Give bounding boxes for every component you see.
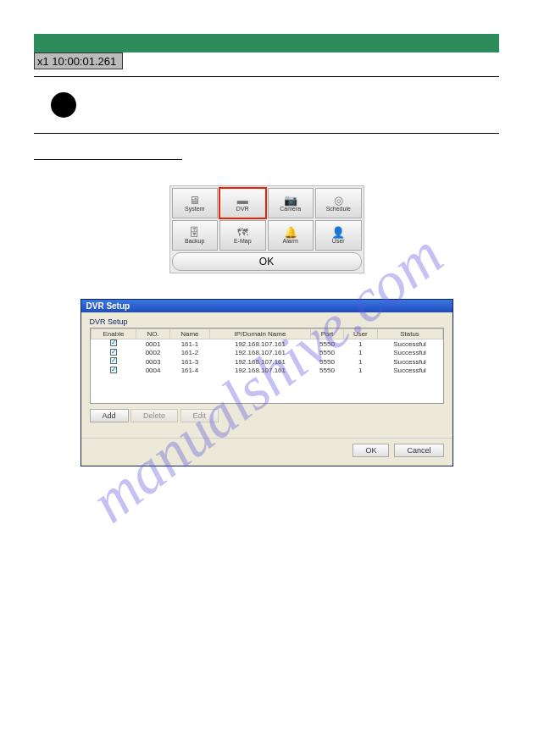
add-button[interactable]: Add <box>90 409 129 422</box>
setup-system-button[interactable]: 🖥 System <box>172 188 219 218</box>
setup-schedule-button[interactable]: ◎ Schedule <box>315 188 362 218</box>
setup-button-label: User <box>332 238 345 244</box>
setup-user-button[interactable]: 👤 User <box>315 220 362 251</box>
cell-user: 1 <box>344 339 377 349</box>
cell-user: 1 <box>344 349 377 358</box>
setup-button-label: Backup <box>185 238 204 244</box>
cancel-button[interactable]: Cancel <box>394 444 443 457</box>
setup-alarm-button[interactable]: 🔔 Alarm <box>268 220 314 251</box>
user-icon: 👤 <box>331 227 345 238</box>
cell-ip: 192.168.107.161 <box>210 357 311 367</box>
delete-button[interactable]: Delete <box>130 409 178 422</box>
cell-name: 161-1 <box>169 339 209 349</box>
col-ip: IP/Domain Name <box>210 329 311 339</box>
cell-no: 0004 <box>136 367 169 376</box>
ok-button[interactable]: OK <box>353 444 389 457</box>
bullet-row <box>34 77 499 133</box>
table-header-row: Enable NO. Name IP/Domain Name Port User… <box>91 329 442 339</box>
col-status: Status <box>377 329 442 339</box>
enable-checkbox[interactable] <box>110 339 117 346</box>
cell-user: 1 <box>344 357 377 367</box>
enable-checkbox[interactable] <box>110 349 117 356</box>
cell-port: 5550 <box>310 357 343 367</box>
setup-ok-button[interactable]: OK <box>172 252 362 271</box>
cell-no: 0001 <box>136 339 169 349</box>
setup-button-label: Schedule <box>326 206 351 212</box>
cell-status: Successful <box>377 357 442 367</box>
cell-user: 1 <box>344 367 377 376</box>
col-enable: Enable <box>91 329 136 339</box>
setup-button-label: E-Map <box>234 238 252 244</box>
col-name: Name <box>169 329 209 339</box>
setup-dvr-button[interactable]: ▬ DVR <box>219 188 266 218</box>
setup-button-label: Alarm <box>283 238 298 244</box>
alarm-icon: 🔔 <box>284 227 297 238</box>
setup-emap-button[interactable]: 🗺 E-Map <box>219 220 266 251</box>
dvr-setup-window: DVR Setup DVR Setup Enable NO. Name IP/D… <box>81 299 453 466</box>
header-green-bar <box>34 34 499 52</box>
bullet-dot-icon <box>51 92 76 118</box>
section-underline <box>34 159 182 160</box>
cell-ip: 192.168.107.161 <box>210 339 311 349</box>
window-titlebar: DVR Setup <box>81 300 452 312</box>
cell-status: Successful <box>377 339 442 349</box>
cell-no: 0003 <box>136 357 169 367</box>
cell-port: 5550 <box>310 339 343 349</box>
enable-checkbox[interactable] <box>110 357 117 364</box>
cell-status: Successful <box>377 367 442 376</box>
emap-icon: 🗺 <box>237 227 248 238</box>
cell-name: 161-4 <box>169 367 209 376</box>
dvr-group-label: DVR Setup <box>90 317 452 326</box>
setup-backup-button[interactable]: 🗄 Backup <box>172 220 219 251</box>
monitor-icon: 🖥 <box>189 195 200 206</box>
cell-port: 5550 <box>310 349 343 358</box>
table-row[interactable]: 0001 161-1 192.168.107.161 5550 1 Succes… <box>91 339 442 349</box>
schedule-icon: ◎ <box>334 195 343 206</box>
playback-timestamp: x1 10:00:01.261 <box>34 52 123 69</box>
enable-checkbox[interactable] <box>110 367 117 373</box>
backup-icon: 🗄 <box>189 227 200 238</box>
setup-panel: 🖥 System ▬ DVR 📷 Camera ◎ Schedule 🗄 Bac… <box>169 185 364 273</box>
setup-button-label: Camera <box>280 206 301 212</box>
cell-status: Successful <box>377 349 442 358</box>
dvr-icon: ▬ <box>237 195 248 206</box>
divider <box>34 133 499 134</box>
cell-no: 0002 <box>136 349 169 358</box>
col-user: User <box>344 329 377 339</box>
setup-button-label: DVR <box>236 206 249 212</box>
col-port: Port <box>310 329 343 339</box>
table-row[interactable]: 0004 161-4 192.168.107.161 5550 1 Succes… <box>91 367 442 376</box>
dvr-table: Enable NO. Name IP/Domain Name Port User… <box>90 328 444 404</box>
setup-camera-button[interactable]: 📷 Camera <box>268 188 314 218</box>
edit-button[interactable]: Edit <box>180 409 219 422</box>
cell-name: 161-3 <box>169 357 209 367</box>
camera-icon: 📷 <box>284 195 297 206</box>
table-row[interactable]: 0003 161-3 192.168.107.161 5550 1 Succes… <box>91 357 442 367</box>
cell-name: 161-2 <box>169 349 209 358</box>
setup-button-label: System <box>185 206 204 212</box>
table-row[interactable]: 0002 161-2 192.168.107.161 5550 1 Succes… <box>91 349 442 358</box>
cell-ip: 192.168.107.161 <box>210 349 311 358</box>
col-no: NO. <box>136 329 169 339</box>
cell-port: 5550 <box>310 367 343 376</box>
cell-ip: 192.168.107.161 <box>210 367 311 376</box>
